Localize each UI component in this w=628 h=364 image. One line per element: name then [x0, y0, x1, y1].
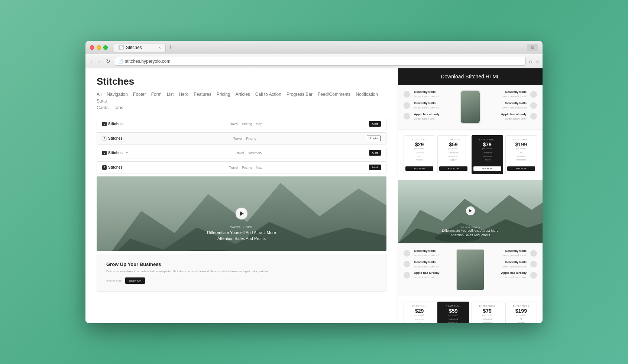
feature-check-1	[404, 91, 410, 98]
features-left: Generally traits Lorem ipsum dolor sit G…	[404, 90, 456, 124]
features-right: Generally traits Lorem ipsum dolor sit G…	[484, 90, 537, 124]
filter-progress[interactable]: Progress Bar	[287, 92, 313, 97]
nav2-brand: Stitches	[108, 136, 123, 140]
pricing-columns-2: FREE PLAN $29 per month UnlimitedBasicAc…	[404, 302, 537, 323]
page-icon: 📄	[119, 46, 123, 49]
price-features-3: UnlimitedPremiumPriority	[473, 151, 501, 162]
nav3-link-summary: Summary	[248, 151, 262, 155]
maximize-button[interactable]	[103, 45, 108, 50]
filter-cards[interactable]: Cards	[97, 105, 109, 110]
nav4-logo: S Stitches	[102, 165, 123, 170]
filter-footer[interactable]: Footer	[133, 92, 146, 97]
pricing-preview: FREE PLAN $29 per month UnlimitedBasicAc…	[398, 130, 543, 180]
feature-check-3	[404, 113, 410, 120]
filter-notification[interactable]: Notification	[356, 92, 378, 97]
forward-button[interactable]: ›	[97, 58, 102, 65]
menu-icon[interactable]: ≡	[535, 58, 539, 65]
price-btn-3[interactable]: BUY NOW	[473, 166, 501, 171]
filter-form[interactable]: Form	[151, 92, 162, 97]
pricing2-amount-4: $199	[507, 308, 535, 314]
price-btn-2[interactable]: BUY NOW	[439, 166, 467, 171]
pricing2-plan-3: ENTERPRISE	[473, 305, 501, 307]
nav4-logo-icon: S	[102, 165, 107, 170]
pricing2-col-4: ENTERPRISE $199 per month AllFeaturesDed…	[505, 302, 537, 323]
download-stitched-button[interactable]: Download Stitched HTML	[398, 68, 543, 85]
nav-previews-section: S Stitches Travel Pricing Map Alert S	[85, 110, 398, 173]
nav4-link-map: Map	[256, 166, 263, 169]
nav1-link-travel: Travel	[229, 122, 238, 126]
r2-feature-text-3: Apple has already Lorem ipsum dolor	[414, 271, 453, 279]
play-icon	[240, 211, 244, 216]
nav2-logo: S Stitches	[102, 136, 123, 141]
new-tab-button[interactable]: +	[169, 43, 173, 51]
r2-feature-text-2: Generally traits Lorem ipsum dolor sit	[414, 260, 453, 269]
back-button[interactable]: ‹	[89, 58, 94, 65]
nav-filters-row2: Cards Tabs	[97, 105, 386, 110]
nav1-brand: Stitches	[108, 122, 123, 126]
feature-desc-1: Lorem ipsum dolor sit	[414, 95, 456, 98]
feature-desc-3: Lorem ipsum dolor	[414, 117, 456, 121]
minimize-button[interactable]	[97, 45, 101, 50]
close-button[interactable]	[90, 45, 94, 50]
large-play-button[interactable]	[466, 206, 475, 215]
nav4-link-travel: Travel	[229, 166, 238, 169]
filter-hero[interactable]: Hero	[179, 92, 188, 97]
nav4-link-pricing: Pricing	[242, 166, 252, 169]
filter-navigation[interactable]: Navigation	[107, 92, 128, 97]
r2-feature-desc-2: Lorem ipsum dolor sit	[414, 265, 453, 269]
pricing2-per-3: per month	[473, 314, 501, 316]
features-image-placeholder	[456, 249, 484, 290]
filter-stats[interactable]: Stats	[97, 98, 107, 104]
filter-all[interactable]: All	[97, 92, 101, 97]
filter-pricing[interactable]: Pricing	[217, 92, 230, 97]
feature-desc-2: Lorem ipsum dolor sit	[414, 106, 456, 110]
nav3-link-travel: Travel	[235, 151, 244, 155]
large-hero-watch: WATCH VIDEO	[398, 226, 543, 228]
hero-play-button[interactable]	[236, 208, 247, 220]
filter-tabs[interactable]: Tabs	[114, 105, 123, 110]
large-hero-overlay: WATCH VIDEO Differentiate Yourself And A…	[398, 226, 543, 238]
address-bar[interactable]: 📄 stitches.hyperyolo.com	[115, 57, 525, 66]
nav2-links: Travel Pricing	[233, 137, 256, 140]
active-tab[interactable]: 📄 Stitches ×	[114, 43, 166, 52]
price-amount-1: $29	[405, 142, 433, 147]
nav-preview-4[interactable]: S Stitches Travel Pricing Map Alert	[97, 161, 386, 173]
feature-text-2: Generally traits Lorem ipsum dolor sit	[414, 101, 456, 110]
nav3-brand: Stitches	[108, 151, 123, 155]
price-btn-4[interactable]: BUY NOW	[507, 166, 535, 171]
nav3-button[interactable]: Alert	[369, 150, 381, 156]
price-plan-3: ENTERPRISE	[473, 139, 501, 141]
feature-title-1: Generally traits	[414, 90, 456, 94]
price-btn-1[interactable]: BUY NOW	[405, 166, 433, 171]
nav-preview-1[interactable]: S Stitches Travel Pricing Map Alert	[97, 118, 386, 130]
r2-feature-title-6: Apple has already	[488, 271, 527, 274]
cta-section: Grow Up Your Business Duis aute irure do…	[97, 254, 386, 292]
feature-row-3-left: Apple has already Lorem ipsum dolor	[404, 113, 456, 121]
large-play-icon	[469, 209, 472, 212]
feature-row-1-left: Generally traits Lorem ipsum dolor sit	[404, 90, 456, 98]
nav3-links: Travel Summary	[235, 151, 262, 155]
r2-feature-row-1: Generally traits Lorem ipsum dolor sit	[404, 249, 453, 257]
pricing-columns: FREE PLAN $29 per month UnlimitedBasicAc…	[404, 135, 537, 174]
right-pricing-section: FREE PLAN $29 per month UnlimitedBasicAc…	[398, 130, 543, 180]
cta-signup-button[interactable]: SIGN UP	[125, 277, 145, 284]
main-content: Stitches All Navigation Footer Form List…	[85, 68, 398, 323]
feature-desc-6: Lorem ipsum dolor	[484, 117, 527, 121]
pricing2-features-3: UnlimitedPremiumPriority	[473, 318, 501, 323]
r2-feature-check-6	[530, 272, 537, 279]
filter-cta[interactable]: Call to Action	[255, 92, 281, 97]
refresh-button[interactable]: ↻	[104, 58, 112, 65]
price-per-3: per month	[473, 147, 501, 150]
nav2-button[interactable]: Login	[367, 136, 381, 141]
nav-preview-2[interactable]: S Stitches Travel Pricing Login	[97, 132, 386, 144]
filter-features[interactable]: Features	[194, 92, 211, 97]
filter-feed[interactable]: Feed/Comments	[318, 92, 351, 97]
filter-articles[interactable]: Articles	[235, 92, 250, 97]
filter-list[interactable]: List	[167, 92, 174, 97]
window-controls: ⊡	[527, 44, 538, 51]
search-icon[interactable]: ⌕	[529, 58, 532, 65]
tab-close-button[interactable]: ×	[159, 45, 161, 50]
nav1-button[interactable]: Alert	[369, 121, 381, 127]
nav4-button[interactable]: Alert	[369, 165, 381, 170]
nav-preview-3[interactable]: S Stitches ✦ Travel Summary Alert	[97, 147, 386, 159]
